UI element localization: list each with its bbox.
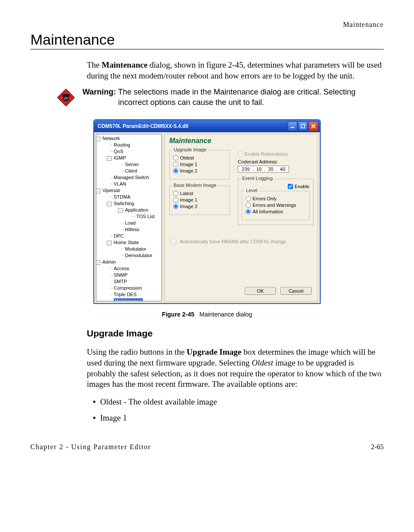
tree-item-qos[interactable]: QoS bbox=[114, 149, 123, 154]
tree-item-switching[interactable]: Switching bbox=[114, 201, 134, 206]
base-modem-image-group: Base Modem Image Latest Image 1 Image 2 bbox=[169, 186, 230, 215]
auto-save-label: Automatically Save PARAM after CONFIG ch… bbox=[180, 239, 286, 244]
radio-image1-label: Image 1 bbox=[180, 162, 197, 167]
warning-text: Warning: The selections made in the Main… bbox=[82, 87, 355, 108]
radio-latest[interactable]: Latest bbox=[173, 191, 226, 196]
codecast-address-input[interactable]: 239. 10. 20. 40 bbox=[238, 166, 289, 173]
tree-item-igmp[interactable]: IGMP bbox=[114, 155, 126, 160]
dialog-title: CDM570L ParamEdit-CDM5XX-5.4.dll bbox=[98, 123, 188, 129]
tree-item-snmp[interactable]: SNMP bbox=[114, 272, 128, 277]
dialog-titlebar[interactable]: CDM570L ParamEdit-CDM5XX-5.4.dll bbox=[94, 120, 320, 132]
intro-p1: The bbox=[87, 60, 102, 69]
title-underline bbox=[30, 49, 384, 49]
expander-icon[interactable]: - bbox=[96, 260, 100, 265]
svg-rect-7 bbox=[301, 124, 305, 128]
tree-item-application[interactable]: Application bbox=[125, 207, 148, 212]
sec-b1: Upgrade Image bbox=[187, 347, 241, 356]
ip-octet-1[interactable]: 239 bbox=[240, 166, 251, 172]
tree-item-hitless[interactable]: Hitless bbox=[125, 227, 139, 232]
section-title: Upgrade Image bbox=[87, 328, 384, 339]
ok-button[interactable]: OK bbox=[245, 287, 276, 295]
tree-item-demodulator[interactable]: Demodulator bbox=[125, 253, 152, 258]
minimize-icon[interactable] bbox=[288, 121, 297, 131]
radio-errors-warnings-label: Errors and Warnings bbox=[253, 202, 296, 208]
tree-item-routing[interactable]: Routing bbox=[114, 142, 130, 147]
radio-image2-label: Image 2 bbox=[180, 168, 197, 173]
footer-page-number: 2-65 bbox=[371, 443, 384, 451]
radio-image2[interactable]: Image 2 bbox=[173, 168, 226, 173]
list-item: Oldest - The oldest available image bbox=[102, 396, 384, 408]
radio-errors-only-label: Errors Only bbox=[253, 196, 277, 201]
tree-item-client[interactable]: Client bbox=[125, 168, 137, 173]
intro-bold: Maintenance bbox=[102, 60, 148, 69]
tree-item-dpc[interactable]: DPC bbox=[114, 233, 124, 238]
maximize-icon[interactable] bbox=[298, 121, 308, 131]
radio-errors-warnings[interactable]: Errors and Warnings bbox=[246, 202, 306, 208]
radio-errors-only[interactable]: Errors Only bbox=[246, 196, 306, 201]
maintenance-dialog: CDM570L ParamEdit-CDM5XX-5.4.dll -Networ… bbox=[93, 119, 321, 304]
page-title: Maintenance bbox=[30, 31, 384, 48]
radio-bmi-image1[interactable]: Image 1 bbox=[173, 197, 226, 202]
expander-icon[interactable]: - bbox=[107, 156, 112, 161]
warning-label: Warning: bbox=[82, 88, 116, 96]
tree-item-maintenance[interactable]: Maintenance bbox=[114, 298, 143, 301]
ip-octet-2[interactable]: 10 bbox=[254, 166, 263, 172]
tree-item-access[interactable]: Access bbox=[114, 266, 129, 271]
radio-bmi-image2[interactable]: Image 2 bbox=[173, 204, 226, 209]
figure-caption-number: Figure 2-45 bbox=[162, 311, 194, 318]
options-list: Oldest - The oldest available image Imag… bbox=[87, 396, 384, 424]
radio-oldest[interactable]: Oldest bbox=[173, 155, 226, 160]
tree-item-triple-des[interactable]: Triple DES bbox=[114, 292, 137, 297]
svg-rect-6 bbox=[291, 127, 294, 128]
tree-item-home-state[interactable]: Home State bbox=[114, 240, 139, 245]
tree-item-managed-switch[interactable]: Managed Switch bbox=[114, 175, 149, 180]
radio-latest-label: Latest bbox=[180, 191, 193, 196]
panel-heading: Maintenance bbox=[169, 137, 313, 145]
codecast-address-label: Codecast Address: bbox=[238, 159, 313, 164]
tree-item-compression[interactable]: Compression bbox=[114, 285, 142, 290]
expander-icon[interactable]: - bbox=[96, 137, 100, 141]
radio-bmi-image1-label: Image 1 bbox=[180, 197, 197, 202]
event-logging-legend: Event Logging bbox=[241, 176, 274, 181]
expander-icon[interactable]: - bbox=[107, 241, 112, 245]
figure-caption-text: Maintenance dialog bbox=[199, 311, 252, 318]
tree-item-network[interactable]: Network bbox=[102, 136, 120, 141]
expander-icon[interactable]: - bbox=[118, 208, 123, 213]
ip-octet-3[interactable]: 20 bbox=[266, 166, 275, 172]
list-item: Image 1 bbox=[102, 412, 384, 424]
expander-icon[interactable]: - bbox=[107, 202, 112, 206]
radio-all-information[interactable]: All Information bbox=[246, 209, 306, 214]
svg-rect-2 bbox=[62, 94, 69, 97]
radio-oldest-label: Oldest bbox=[180, 155, 194, 160]
event-logging-group: Event Logging Enable Level Errors Only E… bbox=[238, 179, 313, 225]
enable-redundancy-checkbox: Enable Redundancy bbox=[238, 151, 313, 157]
tree-item-smtp[interactable]: SMTP bbox=[114, 279, 127, 284]
tree-item-admin[interactable]: Admin bbox=[102, 259, 116, 264]
level-group: Level Errors Only Errors and Warnings Al… bbox=[242, 191, 309, 220]
sec-p1: Using the radio buttons in the bbox=[87, 347, 187, 356]
cancel-button[interactable]: Cancel bbox=[280, 287, 312, 295]
tree-item-vipersat[interactable]: Vipersat bbox=[102, 188, 120, 193]
upgrade-image-group: Upgrade Image Oldest Image 1 Image 2 bbox=[169, 150, 230, 180]
base-modem-image-legend: Base Modem Image bbox=[172, 183, 217, 188]
warning-line2: incorrect options can cause the unit to … bbox=[118, 98, 264, 107]
intro-paragraph: The Maintenance dialog, shown in figure … bbox=[87, 60, 384, 81]
enable-redundancy-label: Enable Redundancy bbox=[245, 151, 288, 157]
tree-item-vlan[interactable]: VLAN bbox=[114, 181, 126, 186]
radio-image1[interactable]: Image 1 bbox=[173, 162, 226, 167]
close-icon[interactable] bbox=[309, 121, 318, 131]
tree-item-modulator[interactable]: Modulator bbox=[125, 246, 146, 251]
figure-caption: Figure 2-45 Maintenance dialog bbox=[30, 311, 384, 318]
section-paragraph: Using the radio buttons in the Upgrade I… bbox=[87, 347, 384, 390]
main-panel: Maintenance Upgrade Image Oldest Image 1… bbox=[164, 134, 318, 301]
tree-item-server[interactable]: Server bbox=[125, 162, 139, 167]
warning-icon bbox=[56, 88, 76, 108]
ip-octet-4[interactable]: 40 bbox=[278, 166, 287, 172]
expander-icon[interactable]: - bbox=[96, 189, 100, 193]
sec-i1: Oldest bbox=[252, 358, 273, 367]
footer-chapter: Chapter 2 - Using Parameter Editor bbox=[30, 443, 151, 451]
tree-item-load[interactable]: Load bbox=[125, 220, 135, 225]
nav-tree[interactable]: -Network Routing QoS -IGMP Server Client bbox=[96, 134, 162, 301]
tree-item-tos-list[interactable]: TOS List bbox=[136, 214, 155, 219]
tree-item-stdma[interactable]: STDMA bbox=[114, 194, 131, 199]
